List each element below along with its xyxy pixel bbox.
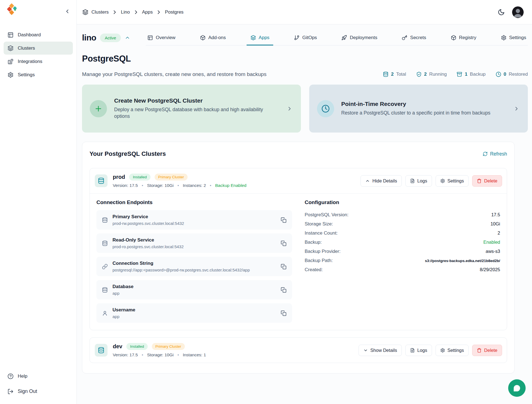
- point-in-time-recovery-card[interactable]: Point-in-Time Recovery Restore a Postgre…: [309, 85, 528, 133]
- dark-mode-toggle[interactable]: [498, 9, 505, 16]
- page-title: PostgreSQL: [82, 54, 528, 64]
- moon-icon: [498, 9, 505, 16]
- database-icon: [95, 174, 108, 187]
- user-avatar[interactable]: [512, 6, 524, 18]
- sidebar: Dashboard Clusters Integrations Settings…: [0, 0, 77, 404]
- endpoint-username: Username app: [96, 303, 292, 323]
- meta-version: Version: 17.5: [113, 183, 138, 188]
- settings-button[interactable]: Settings: [436, 175, 469, 187]
- config-row: Instance Count: 2: [305, 228, 500, 238]
- show-details-button[interactable]: Show Details: [359, 345, 402, 356]
- card-description: Deploy a new PostgreSQL database with ba…: [114, 106, 269, 120]
- logs-button[interactable]: Logs: [405, 345, 432, 356]
- tab-add-ons[interactable]: Add-ons: [198, 30, 227, 45]
- stat-restored: 0 Restored: [496, 72, 528, 77]
- tab-gitops[interactable]: GitOps: [292, 30, 319, 45]
- database-icon: [383, 72, 388, 77]
- config-label: Storage Size:: [305, 221, 333, 227]
- database-icon: [102, 240, 108, 246]
- endpoint-label: Primary Service: [112, 214, 276, 220]
- sign-out-label: Sign Out: [18, 388, 37, 394]
- breadcrumb-item-clusters[interactable]: Clusters: [91, 9, 109, 15]
- config-value: 2: [498, 230, 500, 236]
- tab-secrets[interactable]: Secrets: [400, 30, 428, 45]
- settings-button[interactable]: Settings: [436, 345, 469, 356]
- cluster-name: dev: [113, 343, 122, 350]
- copy-button[interactable]: [281, 240, 287, 246]
- tab-settings[interactable]: Settings: [499, 30, 528, 45]
- copy-button[interactable]: [281, 264, 287, 270]
- copy-button[interactable]: [281, 217, 287, 223]
- sidebar-item-clusters[interactable]: Clusters: [4, 42, 73, 55]
- delete-button[interactable]: Delete: [472, 345, 502, 356]
- cluster-name: lino: [82, 33, 96, 42]
- connection-endpoints: Connection Endpoints Primary Service pro…: [96, 199, 292, 323]
- sidebar-item-label: Clusters: [18, 45, 35, 51]
- trash-icon: [477, 179, 482, 183]
- panel-icon: [147, 35, 153, 40]
- tab-apps[interactable]: Apps: [249, 30, 271, 45]
- config-label: PostgreSQL Version:: [305, 212, 349, 218]
- logs-button[interactable]: Logs: [405, 175, 432, 187]
- breadcrumb-item-apps[interactable]: Apps: [142, 9, 153, 15]
- database-icon: [102, 217, 108, 223]
- sidebar-item-help[interactable]: Help: [4, 370, 73, 383]
- gear-icon: [7, 72, 14, 78]
- copy-button[interactable]: [281, 310, 287, 316]
- gear-icon: [440, 179, 445, 183]
- installed-badge: Installed: [126, 343, 147, 350]
- endpoint-value: prod-ro.postgres.svc.cluster.local:5432: [112, 244, 276, 249]
- tab-deployments[interactable]: Deployments: [340, 30, 379, 45]
- cluster-actions: Hide Details Logs Settings: [360, 175, 502, 187]
- action-cards: Create New PostgreSQL Cluster Deploy a n…: [82, 85, 528, 133]
- refresh-button[interactable]: Refresh: [483, 151, 507, 157]
- copy-button[interactable]: [281, 287, 287, 293]
- breadcrumb-item-lino[interactable]: Lino: [121, 9, 130, 15]
- sidebar-header: [0, 0, 76, 24]
- sidebar-collapse-button[interactable]: [63, 7, 71, 16]
- copy-icon: [281, 264, 287, 270]
- chevron-right-icon: [133, 9, 139, 15]
- archive-icon: [457, 72, 462, 77]
- card-title: Point-in-Time Recovery: [341, 101, 507, 107]
- meta-version: Version: 17.5: [113, 352, 138, 357]
- config-label: Backup Path:: [305, 258, 333, 263]
- plus-icon: [90, 100, 107, 117]
- card-text: Point-in-Time Recovery Restore a Postgre…: [341, 101, 507, 116]
- chat-widget-button[interactable]: [508, 379, 526, 397]
- endpoint-value: prod-rw.postgres.svc.cluster.local:5432: [112, 221, 276, 226]
- meta-storage: Storage: 10Gi: [147, 183, 174, 188]
- config-row: Backup Path: s3://postgres-backups.edka.…: [305, 256, 500, 265]
- link-icon: [102, 264, 108, 270]
- stat-value: 1: [465, 72, 467, 77]
- rocket-icon: [341, 35, 347, 40]
- cluster-card-prod: prod Installed Primary Cluster Version: …: [89, 168, 507, 330]
- card-title: Create New PostgreSQL Cluster: [114, 97, 279, 104]
- chevron-up-icon[interactable]: [125, 35, 130, 40]
- tab-overview[interactable]: Overview: [146, 30, 177, 45]
- breadcrumb-item-postgres[interactable]: Postgres: [165, 9, 183, 15]
- meta-instances: Instances: 1: [183, 352, 206, 357]
- create-cluster-card[interactable]: Create New PostgreSQL Cluster Deploy a n…: [82, 85, 301, 133]
- sidebar-item-sign-out[interactable]: Sign Out: [4, 385, 73, 398]
- section-title: Your PostgreSQL Clusters: [89, 150, 166, 157]
- sidebar-item-integrations[interactable]: Integrations: [4, 55, 73, 68]
- chevron-down-icon: [363, 348, 368, 353]
- hide-details-button[interactable]: Hide Details: [360, 175, 402, 187]
- refresh-icon: [483, 151, 488, 156]
- button-label: Settings: [447, 178, 464, 184]
- cluster-info: prod Installed Primary Cluster Version: …: [113, 174, 246, 188]
- sidebar-item-label: Integrations: [18, 59, 42, 64]
- delete-button[interactable]: Delete: [472, 175, 502, 187]
- button-label: Delete: [484, 348, 497, 353]
- meta-instances: Instances: 2: [183, 183, 206, 188]
- endpoint-value: app: [112, 314, 276, 319]
- sidebar-item-dashboard[interactable]: Dashboard: [4, 28, 73, 41]
- tab-registry[interactable]: Registry: [449, 30, 478, 45]
- config-label: Instance Count:: [305, 230, 338, 236]
- main-area: Clusters Lino Apps Postgres: [77, 0, 532, 404]
- configuration-panel: Configuration PostgreSQL Version: 17.5 S…: [305, 199, 500, 323]
- database-icon: [95, 344, 108, 357]
- sidebar-item-settings[interactable]: Settings: [4, 68, 73, 81]
- tab-label: Overview: [156, 35, 175, 40]
